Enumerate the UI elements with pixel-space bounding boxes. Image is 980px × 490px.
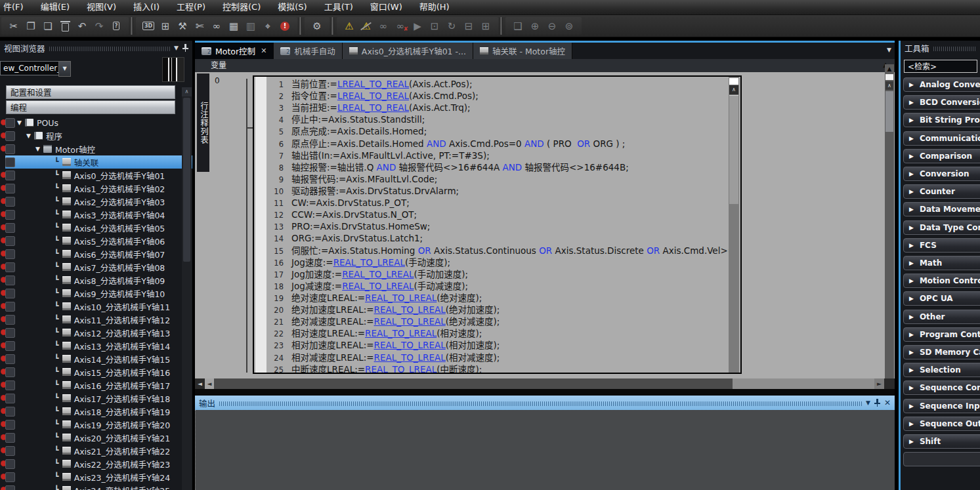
toolbox-category[interactable]: ▶Sequence Input: [903, 399, 980, 413]
output-content[interactable]: [195, 410, 895, 490]
tree-item[interactable]: ┗Axis21_分选机械手Y轴22: [0, 444, 192, 457]
menu-item[interactable]: 工程(P): [168, 0, 214, 14]
tree-item[interactable]: ┗Axis16_分选机械手Y轴17: [0, 378, 192, 392]
menu-item[interactable]: 窗口(W): [362, 0, 411, 14]
output-header[interactable]: 输出 ▼ ✕: [195, 396, 895, 410]
toolbox-category[interactable]: ▶Sequence Control: [903, 380, 980, 395]
tree-item[interactable]: ┗Axis23_分选机械手Y轴24: [0, 470, 192, 483]
code-line[interactable]: 5原点完成:=Axis.Details.Homed;: [266, 125, 729, 137]
zoom-in-icon[interactable]: ⊕: [526, 18, 543, 34]
toolbox-category[interactable]: ▶Other: [903, 310, 980, 324]
code-line[interactable]: 4停止中:=Axis.Status.Standstill;: [266, 113, 729, 125]
toolbox-category[interactable]: ▶Data Type Conversion: [903, 220, 980, 235]
sidebar-nav-button[interactable]: 编程: [6, 100, 175, 114]
output-pin-icon[interactable]: [874, 399, 880, 407]
window-layout-icon[interactable]: ⊞: [157, 18, 174, 34]
scroll-thumb[interactable]: [729, 95, 738, 204]
editor-vertical-scrollbar[interactable]: ▲ ∧: [885, 64, 894, 378]
scroll-up-arrow-icon[interactable]: ▲: [885, 64, 894, 73]
copy-icon[interactable]: ❐: [22, 18, 39, 34]
tree-item[interactable]: ┗Axis24_变轨机械手Y轴25: [0, 483, 192, 490]
tab-close-icon[interactable]: ✕: [261, 47, 266, 55]
scroll-up-icon[interactable]: ∧: [885, 81, 893, 90]
tree-item[interactable]: ┗Axis12_分选机械手Y轴13: [0, 326, 192, 339]
menu-item[interactable]: 控制器(C): [214, 0, 269, 14]
warning-off-icon[interactable]: ⚠: [358, 18, 375, 34]
code-line[interactable]: 22相对速度LREAL:=REAL_TO_LREAL(相对速度);: [266, 327, 729, 339]
warning-on-icon[interactable]: ⚠: [341, 18, 358, 34]
tree-item[interactable]: ┗Axis4_分选机械手Y轴05: [0, 221, 192, 234]
code-line[interactable]: 10驱动器报警:=Axis.DrvStatus.DrvAlarm;: [266, 185, 729, 197]
monitor-2-icon[interactable]: ⊞: [477, 18, 494, 34]
controller-select[interactable]: ew_Controller_0: [0, 61, 62, 75]
code-line[interactable]: 3当前扭矩:=LREAL_TO_REAL(Axis.Act.Trq);: [266, 102, 729, 113]
redo-icon[interactable]: ↷: [91, 18, 108, 34]
toolbox-category[interactable]: ▶Communications: [903, 131, 980, 146]
hscroll-thumb[interactable]: [214, 378, 733, 389]
expand-arrow-icon[interactable]: ▼: [35, 146, 40, 152]
delete-icon[interactable]: [56, 18, 74, 34]
controller-select-arrow-icon[interactable]: ▼: [58, 61, 71, 77]
tree-item[interactable]: ┗Axis10_分选机械手Y轴11: [0, 300, 192, 313]
toolbox-search-input[interactable]: <检索>: [904, 60, 977, 73]
tree-item[interactable]: ┗Axis2_分选机械手Y轴03: [0, 195, 192, 208]
tree-item[interactable]: ┗Axis6_分选机械手Y轴07: [0, 247, 192, 260]
error-list-icon[interactable]: !: [276, 18, 293, 34]
document-tab[interactable]: 2机械手自动: [274, 43, 343, 59]
undo-icon[interactable]: ↶: [74, 18, 91, 34]
code-line[interactable]: 16Jog速度:=REAL_TO_LREAL(手动速度);: [266, 256, 729, 268]
check-program-icon[interactable]: ∞: [208, 18, 225, 34]
code-line[interactable]: 15伺服忙:=Axis.Status.Homing OR Axis.Status…: [266, 245, 729, 256]
code-line[interactable]: 9轴报警代码:=Axis.MFaultLvl.Code;: [266, 173, 729, 185]
toolbox-category[interactable]: ▶Data Movement: [903, 202, 980, 216]
tree-item[interactable]: ┗Axis8_分选机械手Y轴09: [0, 274, 192, 287]
expand-arrow-icon[interactable]: ▼: [17, 119, 22, 126]
code-line[interactable]: 17Jog加速度:=REAL_TO_LREAL(手动加速度);: [266, 268, 729, 280]
code-line[interactable]: 11CW:=Axis.DrvStatus.P_OT;: [266, 197, 729, 209]
code-line[interactable]: 1当前位置:=LREAL_TO_REAL(Axis.Act.Pos);: [266, 78, 729, 90]
code-line[interactable]: 13PRO:=Axis.DrvStatus.HomeSw;: [266, 220, 729, 232]
code-line[interactable]: 7轴出错(In:=Axis.MFaultLvl.Active, PT:=T#3S…: [266, 150, 729, 161]
search-icon[interactable]: ⌖: [259, 18, 276, 34]
pin-icon[interactable]: [182, 44, 188, 52]
scroll-thumb[interactable]: [885, 91, 893, 132]
tree-item[interactable]: ┗Axis20_分选机械手Y轴21: [0, 431, 192, 444]
toolbox-category[interactable]: ▶Selection: [903, 363, 980, 377]
code-line[interactable]: 23相对加速度LREAL:=REAL_TO_LREAL(相对加速度);: [266, 339, 729, 351]
toolbox-category[interactable]: ▶Math: [903, 256, 980, 270]
tree-item[interactable]: ┗Axis15_分选机械手Y轴16: [0, 365, 192, 378]
tree-item[interactable]: ┗Axis5_分选机械手Y轴06: [0, 234, 192, 247]
tree-item[interactable]: ┗轴关联: [0, 155, 192, 169]
code-line[interactable]: 25中断速度LREAL:=REAL_TO_LREAL(中断速度);: [266, 363, 729, 374]
st-editor-canvas[interactable]: 行注释列表 0 1当前位置:=LREAL_TO_REAL(Axis.Act.Po…: [195, 72, 895, 378]
toolbox-category[interactable]: ▶BCD Conversion: [903, 95, 980, 110]
document-tab[interactable]: 2Motor控制✕: [195, 43, 274, 59]
tree-item[interactable]: ▼Motor轴控: [0, 142, 192, 155]
monitor-1-icon[interactable]: ⊟: [460, 18, 477, 34]
toolbox-category[interactable]: ▶Conversion: [903, 167, 980, 181]
rebuild-icon[interactable]: ✄: [191, 18, 208, 34]
toolbox-category[interactable]: ▶SD Memory Card: [903, 345, 980, 359]
tree-item[interactable]: ┗Axis7_分选机械手Y轴08: [0, 260, 192, 274]
scroll-split-box[interactable]: [885, 74, 893, 80]
code-lines[interactable]: 1当前位置:=LREAL_TO_REAL(Axis.Act.Pos);2指令位置…: [266, 78, 729, 374]
code-line[interactable]: 6原点停止:=Axis.Details.Homed AND Axis.Cmd.P…: [266, 138, 729, 150]
menu-item[interactable]: 视图(V): [78, 0, 125, 14]
toolbox-category-partial[interactable]: [903, 452, 980, 466]
scroll-up-icon[interactable]: ∧: [729, 85, 738, 94]
toolbox-category[interactable]: ▶Shift: [903, 434, 980, 449]
tree-item[interactable]: ┗Axis13_分选机械手Y轴14: [0, 339, 192, 352]
output-menu-arrow-icon[interactable]: ▼: [866, 399, 870, 406]
toolbox-category[interactable]: ▶Counter: [903, 184, 980, 199]
scroll-left-arrow-icon[interactable]: ◄: [195, 378, 205, 389]
menu-item[interactable]: 帮助(H): [411, 0, 458, 14]
tree-item[interactable]: ┗Axis9_分选机械手Y轴10: [0, 287, 192, 300]
fit-zoom-icon[interactable]: ❑: [509, 18, 526, 34]
code-line[interactable]: 2指令位置:=LREAL_TO_REAL(Axis.Cmd.Pos);: [266, 90, 729, 102]
explorer-menu-arrow-icon[interactable]: ▼: [174, 45, 179, 51]
toolbox-category[interactable]: ▶Sequence Output: [903, 417, 980, 431]
code-line[interactable]: 8轴控报警:=轴出错.Q AND 轴报警代码<>16#644A AND 轴报警代…: [266, 161, 729, 173]
tree-item[interactable]: ┗Axis22_分选机械手Y轴23: [0, 457, 192, 470]
menu-item[interactable]: 插入(I): [125, 0, 168, 14]
tree-item[interactable]: ┗Axis18_分选机械手Y轴19: [0, 405, 192, 418]
